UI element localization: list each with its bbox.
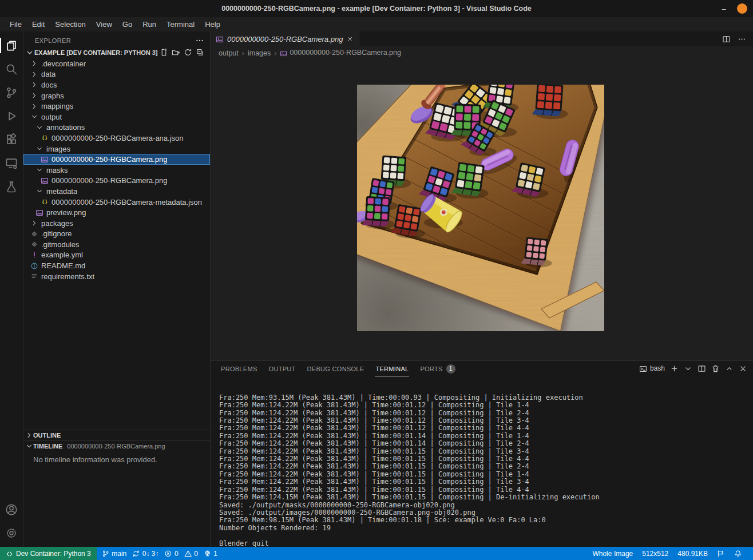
outline-label: OUTLINE (33, 432, 61, 439)
activity-search[interactable] (0, 57, 23, 81)
terminal-line: Fra:250 Mem:124.22M (Peak 381.43M) | Tim… (219, 424, 753, 432)
tree-item-.devcontainer[interactable]: .devcontainer (23, 58, 210, 69)
tree-item-output[interactable]: output (23, 112, 210, 122)
tree-item-example.yml[interactable]: example.yml (23, 250, 210, 261)
status-forwarded-ports[interactable]: 1 (201, 547, 220, 560)
breadcrumb-output[interactable]: output (219, 49, 239, 57)
status-git-sync[interactable]: 0↓ 3↑ (129, 547, 161, 560)
tree-item-.gitmodules[interactable]: .gitmodules (23, 239, 210, 250)
terminal-output[interactable]: Fra:250 Mem:93.15M (Peak 381.43M) | Time… (211, 376, 753, 547)
tree-item-label: 0000000000-250-RGBCamera.png (51, 155, 167, 164)
tree-item-metadata[interactable]: metadata (23, 186, 210, 197)
error-icon (164, 549, 172, 558)
panel-tab-output[interactable]: OUTPUT (263, 361, 302, 376)
tree-item-preview.png[interactable]: preview.png (23, 207, 210, 218)
tree-item-docs[interactable]: docs (23, 80, 210, 90)
tab-image-file[interactable]: 0000000000-250-RGBCamera.png (211, 31, 359, 46)
refresh-icon[interactable] (184, 48, 192, 57)
activity-testing[interactable] (0, 174, 23, 198)
menu-run[interactable]: Run (137, 19, 161, 30)
close-panel-icon[interactable] (739, 364, 747, 373)
tree-item-README.md[interactable]: README.md (23, 260, 210, 271)
activity-remote-explorer[interactable] (0, 151, 23, 174)
outline-section[interactable]: OUTLINE (23, 430, 210, 440)
yaml-file-icon (30, 251, 39, 259)
menu-help[interactable]: Help (200, 19, 225, 30)
remote-indicator[interactable]: Dev Container: Python 3 (0, 547, 97, 560)
menu-file[interactable]: File (5, 19, 27, 30)
timeline-section[interactable]: TIMELINE 0000000000-250-RGBCamera.png (23, 440, 210, 451)
tree-item-requirements.txt[interactable]: requirements.txt (23, 271, 210, 282)
files-icon (5, 39, 18, 52)
tree-item-0000000000-250-RGBCamera.png[interactable]: 0000000000-250-RGBCamera.png (23, 176, 210, 186)
tree-item-0000000000-250-RGBCamera-metadata.json[interactable]: {}0000000000-250-RGBCamera-metadata.json (23, 197, 210, 208)
status-image-dimensions[interactable]: 512x512 (637, 547, 673, 560)
panel-tab-terminal[interactable]: TERMINAL (370, 361, 414, 376)
explorer-sidebar: EXPLORER EXAMPLE [DEV CONTAINER: PYTHON … (23, 31, 211, 547)
kill-terminal-icon[interactable] (711, 364, 720, 373)
terminal-line: Fra:250 Mem:124.22M (Peak 381.43M) | Tim… (219, 486, 753, 494)
new-terminal-icon[interactable] (670, 364, 679, 373)
status-problems-warnings[interactable]: 0 (181, 547, 201, 560)
tree-item-label: 0000000000-250-RGBCamera-metadata.json (51, 198, 202, 206)
new-file-icon[interactable] (160, 48, 168, 57)
collapse-all-icon[interactable] (196, 48, 204, 57)
terminal-line: Fra:250 Mem:124.22M (Peak 381.43M) | Tim… (219, 471, 753, 478)
explorer-section-header[interactable]: EXAMPLE [DEV CONTAINER: PYTHON 3] (23, 46, 210, 58)
tree-item-annotations[interactable]: annotations (23, 122, 210, 133)
tree-item-masks[interactable]: masks (23, 165, 210, 176)
terminal-line: Fra:250 Mem:124.22M (Peak 381.43M) | Tim… (219, 410, 753, 417)
remote-icon (5, 157, 18, 169)
launch-profile-chevron-icon[interactable] (684, 364, 692, 373)
activity-extensions[interactable] (0, 128, 23, 151)
activity-explorer[interactable] (0, 34, 23, 57)
menu-edit[interactable]: Edit (27, 19, 50, 30)
breadcrumb-0000000000-250-RGBCamera.png[interactable]: 0000000000-250-RGBCamera.png (280, 49, 401, 57)
account-icon (5, 503, 18, 516)
split-editor-icon[interactable] (722, 34, 731, 43)
panel-tab-debug-console[interactable]: DEBUG CONSOLE (302, 361, 370, 376)
tree-item-0000000000-250-RGBCamera.png[interactable]: 0000000000-250-RGBCamera.png (23, 154, 210, 165)
status-git-branch[interactable]: main (99, 547, 130, 560)
tree-item-packages[interactable]: packages (23, 218, 210, 229)
svg-text:{}: {} (42, 136, 48, 141)
maximize-panel-icon[interactable] (725, 364, 734, 373)
menu-go[interactable]: Go (117, 19, 137, 30)
image-preview[interactable] (357, 85, 604, 331)
status-problems-errors[interactable]: 0 (161, 547, 181, 560)
terminal-line: Fra:250 Mem:124.22M (Peak 381.43M) | Tim… (219, 463, 753, 470)
activity-run-and-debug[interactable] (0, 104, 23, 128)
info-file-icon (30, 262, 39, 270)
editor-actions (722, 31, 753, 46)
tree-item-images[interactable]: images (23, 144, 210, 154)
terminal-shell-selector[interactable]: bash (639, 364, 665, 373)
panel-tab-problems[interactable]: PROBLEMS (215, 361, 263, 376)
window-controls: – (720, 0, 747, 17)
close-icon[interactable] (346, 35, 354, 43)
more-actions-icon[interactable] (738, 34, 746, 43)
status-image-zoom-mode[interactable]: Whole Image (588, 547, 638, 560)
split-terminal-icon[interactable] (697, 364, 706, 373)
status-feedback[interactable] (712, 547, 730, 560)
close-window-button[interactable] (737, 3, 747, 14)
minimize-button[interactable]: – (720, 5, 728, 13)
tree-item-.gitignore[interactable]: .gitignore (23, 229, 210, 240)
status-image-file-size[interactable]: 480.91KB (673, 547, 712, 560)
tree-item-0000000000-250-RGBCamera-ana.json[interactable]: {}0000000000-250-RGBCamera-ana.json (23, 133, 210, 144)
panel-header: PROBLEMSOUTPUTDEBUG CONSOLETERMINALPORTS… (211, 361, 753, 376)
tree-item-data[interactable]: data (23, 69, 210, 80)
menu-selection[interactable]: Selection (50, 19, 90, 30)
new-folder-icon[interactable] (172, 48, 180, 57)
breadcrumb-images[interactable]: images (248, 49, 271, 57)
activity-source-control[interactable] (0, 81, 23, 104)
status-notifications[interactable] (730, 547, 747, 560)
explorer-more-actions-icon[interactable] (195, 36, 204, 45)
panel-tab-ports[interactable]: PORTS1 (414, 361, 461, 376)
menu-view[interactable]: View (91, 19, 117, 30)
chevron-right-icon (30, 81, 39, 89)
menu-terminal[interactable]: Terminal (161, 19, 200, 30)
tree-item-graphs[interactable]: graphs (23, 90, 210, 101)
activity-settings[interactable] (0, 521, 23, 545)
tree-item-mappings[interactable]: mappings (23, 101, 210, 112)
activity-accounts[interactable] (0, 498, 23, 521)
